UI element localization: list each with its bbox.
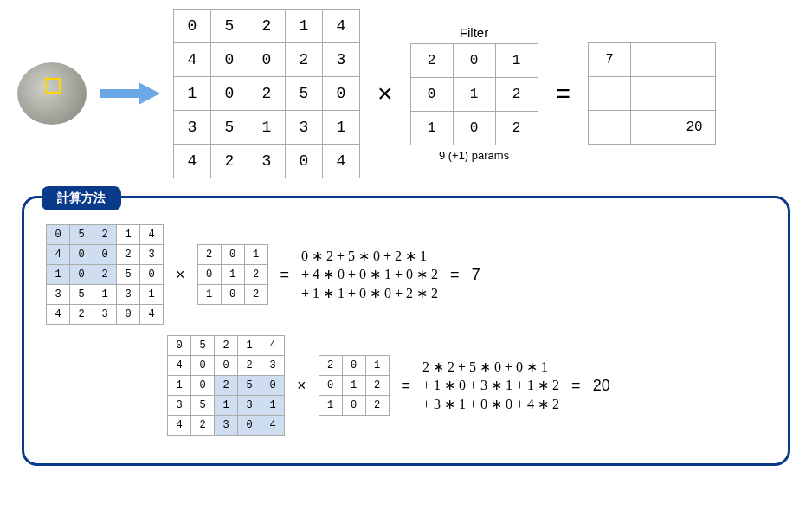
cell: 0: [221, 245, 244, 265]
cell: 0: [47, 225, 70, 245]
cell: [673, 77, 716, 111]
equals-icon: =: [551, 79, 576, 108]
calc2-input-matrix: 0521440023102503513142304: [167, 335, 285, 436]
cell: 2: [197, 245, 221, 265]
cell: 2: [319, 356, 342, 376]
filter-block: Filter 201012102 9 (+1) params: [410, 25, 538, 162]
filter-title: Filter: [410, 25, 538, 40]
cell: 3: [248, 145, 286, 178]
cell: 5: [70, 285, 93, 305]
cell: 1: [168, 376, 191, 396]
cell: [631, 77, 673, 111]
cell: 0: [168, 336, 191, 356]
calc1-filter-matrix: 201012102: [197, 244, 268, 305]
cell: 0: [323, 77, 360, 111]
cell: 1: [410, 112, 453, 145]
cell: 1: [319, 396, 342, 416]
cell: 4: [168, 416, 191, 436]
cell: 1: [93, 285, 117, 305]
cell: 0: [93, 245, 117, 265]
calc-row-1: 0521440023102503513142304 × 201012102 = …: [46, 224, 766, 325]
cell: 1: [261, 396, 285, 416]
cell: 0: [248, 43, 286, 77]
cell: 0: [140, 265, 164, 285]
equals-icon: =: [450, 266, 460, 284]
cell: 3: [238, 396, 261, 416]
cell: 0: [410, 78, 453, 112]
cell: 2: [191, 416, 215, 436]
cell: 5: [211, 111, 248, 145]
cell: 1: [238, 336, 261, 356]
cell: 4: [323, 145, 360, 178]
cell: 2: [244, 265, 267, 285]
cell: [589, 111, 631, 145]
cell: 2: [244, 285, 267, 305]
cell: 2: [248, 77, 286, 111]
cell: 4: [261, 416, 285, 436]
cell: 3: [174, 111, 211, 145]
cell: 2: [93, 225, 117, 245]
cell: 0: [215, 356, 238, 376]
calc1-result: 7: [472, 266, 480, 284]
cell: 4: [174, 43, 211, 77]
cell: 1: [197, 285, 221, 305]
multiply-icon: ×: [297, 377, 306, 395]
cell: 3: [140, 245, 164, 265]
multiply-icon: ×: [176, 266, 185, 284]
cell: 5: [191, 336, 215, 356]
arrow-icon: [100, 81, 160, 107]
cell: 4: [174, 145, 211, 178]
cell: 5: [70, 225, 93, 245]
cell: 2: [93, 265, 117, 285]
cell: 3: [47, 285, 70, 305]
cell: 2: [365, 376, 389, 396]
cell: 2: [215, 376, 238, 396]
cell: 4: [47, 245, 70, 265]
output-matrix: 720: [588, 42, 716, 145]
cell: 4: [140, 305, 164, 325]
calc2-filter-matrix: 201012102: [319, 355, 390, 416]
cell: [631, 43, 673, 77]
filter-matrix: 201012102: [410, 43, 538, 145]
cell: 0: [211, 77, 248, 111]
calc2-result: 20: [593, 377, 610, 395]
multiply-icon: ×: [373, 79, 397, 108]
cell: 1: [244, 245, 267, 265]
cell: 5: [211, 10, 248, 43]
cell: 3: [286, 111, 323, 145]
top-row: 0521440023102503513142304 × Filter 20101…: [9, 9, 803, 178]
cell: 5: [286, 77, 323, 111]
cell: [589, 77, 631, 111]
input-matrix: 0521440023102503513142304: [173, 9, 360, 178]
cell: 1: [286, 10, 323, 43]
cell: 1: [221, 265, 244, 285]
cell: 7: [589, 43, 631, 77]
cell: 5: [117, 265, 140, 285]
cell: 0: [261, 376, 285, 396]
cell: 1: [342, 376, 365, 396]
equals-icon: =: [402, 377, 411, 395]
cell: 4: [261, 336, 285, 356]
cell: 3: [168, 396, 191, 416]
cell: 0: [453, 112, 495, 145]
cell: 0: [319, 376, 342, 396]
highlight-square-icon: [45, 78, 61, 94]
cell: 0: [70, 245, 93, 265]
cell: 2: [248, 10, 286, 43]
cell: 5: [238, 376, 261, 396]
cell: 2: [215, 336, 238, 356]
calc1-math: 0 ∗ 2 + 5 ∗ 0 + 2 ∗ 1+ 4 ∗ 0 + 0 ∗ 1 + 0…: [301, 247, 438, 303]
cell: 3: [323, 43, 360, 77]
cell: 1: [495, 44, 538, 78]
cell: 3: [215, 416, 238, 436]
panel-title: 計算方法: [42, 186, 121, 210]
cell: 2: [410, 44, 453, 78]
cell: 0: [453, 44, 495, 78]
cell: 0: [191, 356, 215, 376]
cell: 1: [215, 396, 238, 416]
cell: 2: [495, 112, 538, 145]
calc2-math: 2 ∗ 2 + 5 ∗ 0 + 0 ∗ 1+ 1 ∗ 0 + 3 ∗ 1 + 1…: [422, 358, 559, 414]
cell: 20: [673, 111, 716, 145]
cell: 1: [47, 265, 70, 285]
cell: 4: [140, 225, 164, 245]
